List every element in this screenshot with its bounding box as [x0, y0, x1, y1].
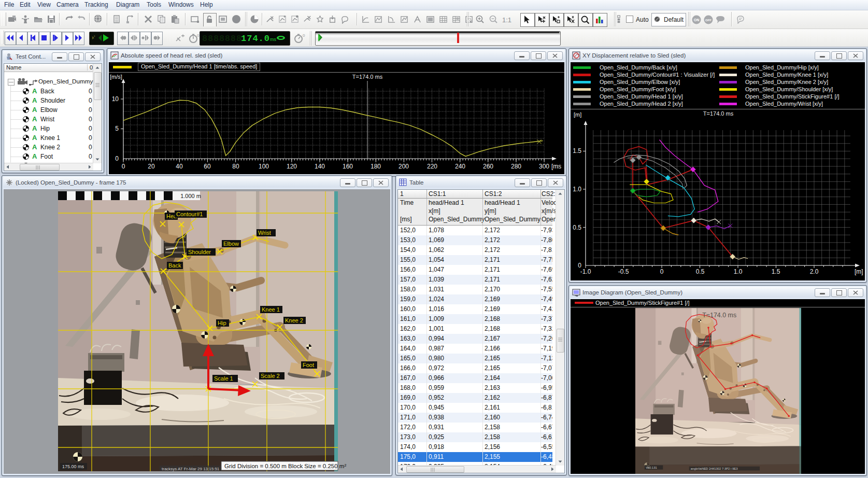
svg-text:T=174.0 ms: T=174.0 ms: [703, 110, 734, 117]
svg-text:Back: Back: [168, 262, 181, 269]
svg-text:0: 0: [115, 155, 119, 162]
svg-text:175.00 ms: 175.00 ms: [62, 464, 84, 469]
svg-text:5: 5: [115, 125, 119, 132]
svg-text:ON: ON: [694, 18, 700, 22]
svg-text:Contour#1: Contour#1: [176, 211, 203, 217]
svg-text:[m]: [m]: [855, 268, 863, 275]
svg-text:Knee 2: Knee 2: [285, 317, 303, 324]
svg-text:140: 140: [315, 163, 325, 170]
svg-text:0: 0: [303, 33, 305, 38]
svg-text:0: 0: [578, 262, 581, 269]
svg-text:220: 220: [427, 163, 437, 170]
svg-text:260: 260: [483, 163, 493, 170]
svg-text:Grid Division = 0.500 m Block: Grid Division = 0.500 m Block Size = 0.2…: [224, 463, 346, 469]
svg-text:Va0.131: Va0.131: [646, 466, 657, 469]
svg-text:Knee 1: Knee 1: [262, 306, 280, 313]
svg-text:200: 200: [399, 163, 409, 170]
svg-text:1.5: 1.5: [772, 268, 780, 275]
svg-text:280: 280: [511, 163, 521, 170]
svg-text:0.5: 0.5: [573, 224, 581, 231]
svg-text:Foot: Foot: [303, 362, 314, 368]
svg-text:8888888: 8888888: [202, 34, 241, 44]
svg-text:tracksys AT Fr-Mar 29 13:15:51: tracksys AT Fr-Mar 29 13:15:51: [162, 467, 220, 471]
svg-text:-0.5: -0.5: [618, 268, 629, 275]
svg-text:240: 240: [455, 163, 465, 170]
svg-text:120: 120: [287, 163, 297, 170]
svg-text:Wrist: Wrist: [258, 230, 271, 236]
svg-text:angleVaNED 2rM1302 7:3P2 i 9E3: angleVaNED 2rM1302 7:3P2 i 9E3: [691, 467, 738, 470]
svg-text:2.0: 2.0: [810, 268, 819, 275]
svg-text:Shoulder: Shoulder: [188, 249, 211, 255]
svg-text:40: 40: [176, 163, 183, 170]
svg-text:0: 0: [122, 163, 125, 170]
svg-text:[ms]: [ms]: [551, 163, 561, 170]
svg-text:160: 160: [343, 163, 353, 170]
svg-text:Elbow: Elbow: [223, 241, 239, 247]
svg-text:[m/s]: [m/s]: [110, 74, 122, 80]
svg-text:1.0: 1.0: [573, 186, 581, 193]
svg-text:174.0: 174.0: [241, 34, 269, 44]
svg-text:100: 100: [259, 163, 269, 170]
svg-text:60: 60: [204, 163, 211, 170]
svg-text:20: 20: [148, 163, 155, 170]
svg-text:0.5: 0.5: [696, 268, 705, 275]
svg-text:OFF: OFF: [705, 19, 712, 22]
svg-text:300: 300: [539, 163, 549, 170]
svg-text:180: 180: [371, 163, 381, 170]
svg-text:1.0: 1.0: [734, 268, 743, 275]
svg-text:1.5: 1.5: [573, 147, 581, 154]
svg-text:1.000 m: 1.000 m: [180, 193, 201, 199]
svg-text:[m]: [m]: [574, 111, 581, 118]
svg-text:Scale 2: Scale 2: [261, 373, 280, 379]
svg-text:10: 10: [112, 95, 119, 103]
svg-text:80: 80: [232, 163, 239, 170]
svg-text:Hip: Hip: [218, 320, 226, 326]
svg-text:Scale 1: Scale 1: [214, 375, 233, 382]
svg-text:ms: ms: [270, 37, 276, 42]
svg-text:0: 0: [660, 268, 664, 275]
svg-text:-1.0: -1.0: [580, 268, 591, 275]
svg-text:T=174.0 ms: T=174.0 ms: [352, 74, 383, 80]
svg-text:T=174.0 ms: T=174.0 ms: [702, 312, 736, 319]
